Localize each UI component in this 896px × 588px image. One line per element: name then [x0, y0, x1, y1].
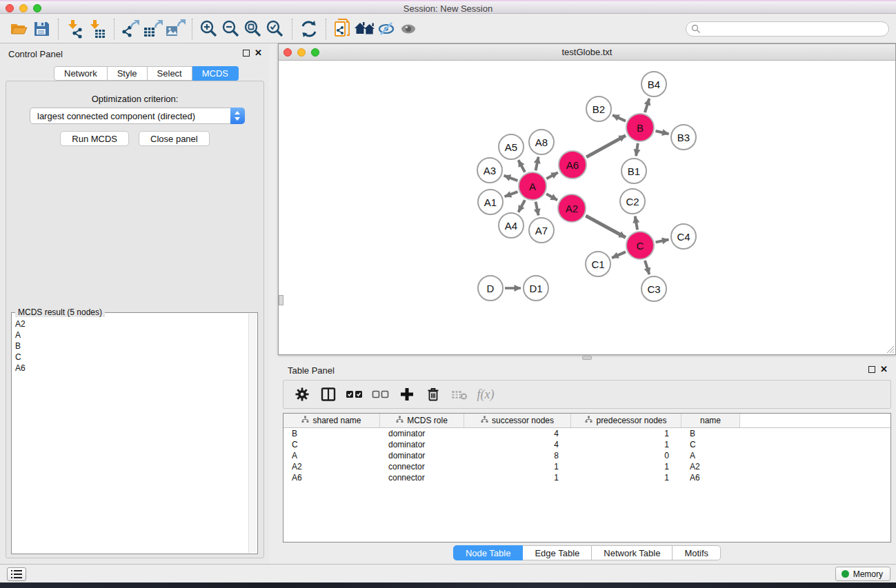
- graph-edge-A-A4[interactable]: [519, 200, 526, 212]
- table-row[interactable]: Adominator80A: [283, 450, 890, 461]
- open-session-icon[interactable]: [8, 19, 30, 39]
- export-image-icon[interactable]: [164, 19, 186, 39]
- graph-node-C4[interactable]: C4: [670, 223, 697, 250]
- canvas-left-grip[interactable]: [279, 295, 283, 305]
- result-item[interactable]: A2: [13, 318, 248, 330]
- add-column-icon[interactable]: [395, 383, 419, 405]
- graph-node-A5[interactable]: A5: [498, 134, 524, 160]
- graph-edge-C-C1[interactable]: [612, 252, 626, 258]
- search-input[interactable]: [686, 21, 889, 37]
- refresh-icon[interactable]: [298, 19, 320, 39]
- table-row[interactable]: A2connector11A2: [283, 461, 890, 472]
- graph-edge-B-B2[interactable]: [613, 115, 626, 121]
- graph-node-D1[interactable]: D1: [523, 275, 549, 301]
- graph-edge-C-C4[interactable]: [656, 239, 669, 242]
- graph-edge-B-B3[interactable]: [655, 131, 668, 134]
- graph-edge-B-B1[interactable]: [636, 143, 638, 156]
- export-network-icon[interactable]: [120, 19, 142, 39]
- tab-edge-table[interactable]: Edge Table: [523, 545, 592, 560]
- graph-node-B1[interactable]: B1: [621, 158, 647, 184]
- graph-node-B2[interactable]: B2: [586, 96, 612, 122]
- zoom-selected-icon[interactable]: [264, 19, 286, 39]
- graph-edge-B-B4[interactable]: [645, 99, 649, 112]
- table-row[interactable]: Cdominator41C: [283, 439, 890, 450]
- graph-node-A6[interactable]: A6: [558, 150, 587, 179]
- graph-node-A2[interactable]: A2: [557, 194, 586, 223]
- result-scrollbar[interactable]: [248, 314, 257, 553]
- result-item[interactable]: A: [13, 330, 248, 341]
- close-panel-button[interactable]: Close panel: [139, 131, 210, 146]
- save-session-icon[interactable]: [30, 19, 52, 39]
- graph-node-C3[interactable]: C3: [641, 276, 667, 302]
- graph-node-A[interactable]: A: [518, 172, 547, 201]
- tab-motifs[interactable]: Motifs: [673, 545, 721, 560]
- run-mcds-button[interactable]: Run MCDS: [60, 131, 129, 146]
- graph-edge-C-C2[interactable]: [635, 216, 637, 230]
- zoom-out-icon[interactable]: [220, 19, 242, 39]
- tab-select[interactable]: Select: [148, 66, 192, 81]
- graph-edge-C-C3[interactable]: [645, 261, 649, 274]
- graph-node-C[interactable]: C: [626, 231, 655, 260]
- deselect-all-icon[interactable]: [369, 383, 392, 405]
- tab-network-table[interactable]: Network Table: [592, 545, 673, 560]
- table-settings-icon[interactable]: [290, 383, 314, 405]
- optimization-criterion-dropdown[interactable]: largest connected component (directed): [30, 108, 245, 124]
- select-all-icon[interactable]: [343, 383, 366, 405]
- float-panel-icon[interactable]: [243, 50, 250, 57]
- tab-node-table[interactable]: Node Table: [453, 545, 524, 560]
- table-row[interactable]: A6connector11A6: [283, 472, 890, 483]
- tab-mcds[interactable]: MCDS: [192, 66, 239, 81]
- graph-node-A7[interactable]: A7: [528, 217, 555, 243]
- splitter-handle[interactable]: [582, 356, 592, 360]
- show-graphics-details-icon[interactable]: [398, 19, 420, 39]
- column-header-name[interactable]: name: [681, 414, 740, 427]
- delete-table-icon[interactable]: [448, 383, 471, 405]
- graph-node-A4[interactable]: A4: [498, 212, 524, 239]
- export-table-icon[interactable]: [142, 19, 164, 39]
- graph-edge-A6-B[interactable]: [586, 136, 626, 157]
- network-canvas[interactable]: B4B2BB3A8A5A6A3B1AC2A1A2A4A7C4CC1DD1C3: [279, 61, 895, 354]
- graph-edge-A-A8[interactable]: [536, 157, 539, 171]
- tab-style[interactable]: Style: [108, 66, 148, 81]
- graph-node-B4[interactable]: B4: [641, 71, 667, 97]
- column-header-mcds-role[interactable]: MCDS role: [380, 414, 464, 427]
- graph-node-D[interactable]: D: [477, 275, 504, 301]
- zoom-in-icon[interactable]: [198, 19, 220, 39]
- task-history-button[interactable]: [7, 567, 26, 581]
- clone-network-icon[interactable]: [332, 19, 354, 39]
- table-row[interactable]: Bdominator41B: [283, 428, 890, 439]
- close-panel-icon[interactable]: ✕: [255, 48, 262, 58]
- graph-edge-A2-C[interactable]: [586, 216, 626, 237]
- graph-edge-A-A5[interactable]: [519, 160, 526, 172]
- graph-node-A8[interactable]: A8: [528, 129, 555, 155]
- import-network-icon[interactable]: [64, 19, 86, 39]
- window-resize-grip[interactable]: [885, 344, 895, 354]
- result-item[interactable]: A6: [13, 363, 248, 374]
- graph-node-C2[interactable]: C2: [619, 188, 646, 214]
- tab-network[interactable]: Network: [54, 66, 108, 81]
- column-header-predecessor-nodes[interactable]: predecessor nodes: [571, 414, 681, 427]
- graph-edge-A-A1[interactable]: [505, 192, 518, 196]
- graph-node-A1[interactable]: A1: [477, 189, 504, 215]
- horizontal-splitter[interactable]: [278, 355, 896, 361]
- column-header-successor-nodes[interactable]: successor nodes: [464, 414, 571, 427]
- function-builder-icon[interactable]: f(x): [474, 383, 497, 405]
- graph-node-C1[interactable]: C1: [585, 251, 611, 277]
- graph-edge-A-A2[interactable]: [546, 194, 557, 200]
- graph-edge-A-A6[interactable]: [546, 172, 558, 179]
- result-item[interactable]: C: [13, 352, 248, 363]
- hide-graphics-details-icon[interactable]: [376, 19, 398, 39]
- zoom-fit-icon[interactable]: [242, 19, 264, 39]
- memory-button[interactable]: Memory: [835, 567, 890, 581]
- graph-node-A3[interactable]: A3: [477, 157, 503, 183]
- float-table-panel-icon[interactable]: [868, 366, 875, 373]
- graph-edge-A-A7[interactable]: [536, 202, 539, 216]
- graph-node-B3[interactable]: B3: [670, 124, 697, 150]
- column-header-shared-name[interactable]: shared name: [283, 414, 380, 427]
- delete-column-icon[interactable]: [421, 383, 445, 405]
- close-table-panel-icon[interactable]: ✕: [880, 364, 888, 374]
- graph-node-B[interactable]: B: [626, 113, 655, 142]
- import-table-icon[interactable]: [86, 19, 108, 39]
- column-visibility-icon[interactable]: [317, 383, 340, 405]
- result-item[interactable]: B: [13, 341, 248, 352]
